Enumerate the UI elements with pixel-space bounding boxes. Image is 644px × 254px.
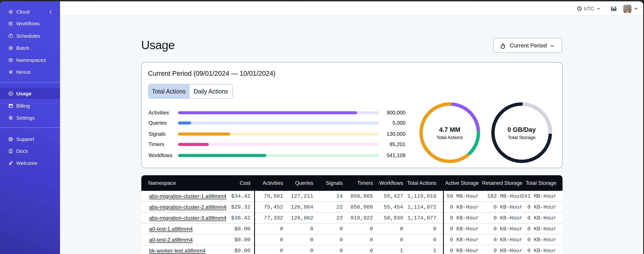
svg-text:Total Storage: Total Storage (508, 135, 536, 140)
svg-text:4.7 MM: 4.7 MM (439, 126, 460, 133)
svg-text:0 GB/Day: 0 GB/Day (508, 126, 536, 133)
svg-text:Total Actions: Total Actions (436, 135, 463, 140)
